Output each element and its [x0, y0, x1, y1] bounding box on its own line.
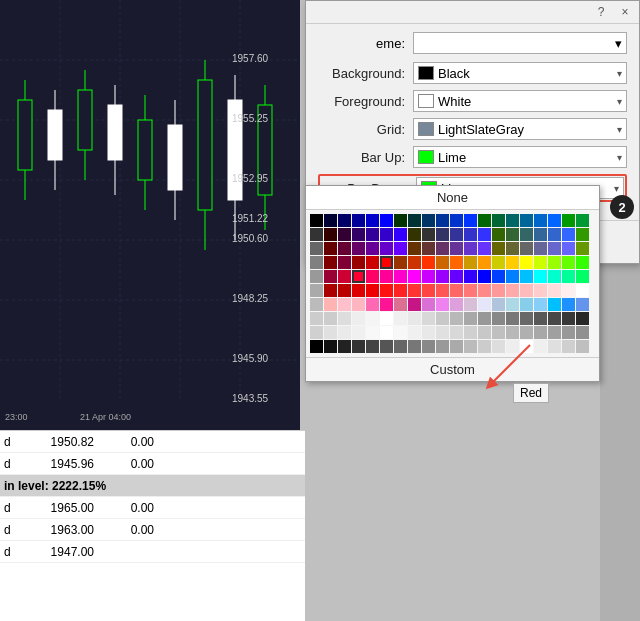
color-cell[interactable]	[464, 214, 477, 227]
color-cell[interactable]	[478, 326, 491, 339]
color-cell[interactable]	[492, 214, 505, 227]
color-cell[interactable]	[366, 326, 379, 339]
color-cell[interactable]	[366, 228, 379, 241]
color-cell[interactable]	[492, 326, 505, 339]
color-cell[interactable]	[534, 242, 547, 255]
color-cell[interactable]	[408, 326, 421, 339]
color-cell[interactable]	[548, 256, 561, 269]
color-cell[interactable]	[548, 270, 561, 283]
color-cell[interactable]	[422, 298, 435, 311]
color-cell[interactable]	[562, 326, 575, 339]
color-cell[interactable]	[576, 340, 589, 353]
color-cell[interactable]	[576, 312, 589, 325]
color-cell[interactable]	[324, 298, 337, 311]
color-cell[interactable]	[422, 326, 435, 339]
color-cell[interactable]	[366, 340, 379, 353]
color-cell[interactable]	[464, 270, 477, 283]
color-cell[interactable]	[450, 312, 463, 325]
color-cell[interactable]	[576, 298, 589, 311]
color-cell[interactable]	[366, 214, 379, 227]
color-cell[interactable]	[380, 326, 393, 339]
color-cell[interactable]	[380, 214, 393, 227]
color-cell[interactable]	[548, 228, 561, 241]
color-cell[interactable]	[408, 284, 421, 297]
color-cell[interactable]	[408, 298, 421, 311]
color-cell[interactable]	[380, 340, 393, 353]
color-cell[interactable]	[464, 326, 477, 339]
color-cell[interactable]	[422, 284, 435, 297]
color-cell[interactable]	[520, 214, 533, 227]
color-cell[interactable]	[352, 242, 365, 255]
color-cell[interactable]	[380, 298, 393, 311]
color-cell[interactable]	[520, 284, 533, 297]
color-cell[interactable]	[352, 340, 365, 353]
color-cell[interactable]	[506, 256, 519, 269]
color-cell[interactable]	[520, 312, 533, 325]
color-cell[interactable]	[338, 312, 351, 325]
color-cell[interactable]	[576, 242, 589, 255]
color-cell[interactable]	[478, 228, 491, 241]
color-cell[interactable]	[562, 270, 575, 283]
color-cell[interactable]	[562, 256, 575, 269]
color-cell[interactable]	[520, 228, 533, 241]
color-cell[interactable]	[492, 242, 505, 255]
color-cell[interactable]	[436, 284, 449, 297]
color-cell[interactable]	[324, 228, 337, 241]
color-cell[interactable]	[506, 298, 519, 311]
help-button[interactable]: ?	[593, 5, 609, 19]
color-cell[interactable]	[534, 284, 547, 297]
color-cell[interactable]	[324, 242, 337, 255]
color-cell[interactable]	[380, 270, 393, 283]
color-cell[interactable]	[366, 312, 379, 325]
color-cell[interactable]	[310, 326, 323, 339]
color-cell[interactable]	[576, 214, 589, 227]
color-cell[interactable]	[478, 242, 491, 255]
color-cell[interactable]	[408, 256, 421, 269]
color-cell[interactable]	[352, 228, 365, 241]
theme-select[interactable]: ▾	[413, 32, 627, 54]
color-cell[interactable]	[562, 214, 575, 227]
color-cell[interactable]	[380, 242, 393, 255]
color-cell[interactable]	[520, 270, 533, 283]
color-cell[interactable]	[394, 270, 407, 283]
color-cell[interactable]	[380, 312, 393, 325]
color-cell[interactable]	[380, 228, 393, 241]
color-cell[interactable]	[576, 228, 589, 241]
color-cell[interactable]	[324, 312, 337, 325]
color-cell[interactable]	[478, 312, 491, 325]
color-cell[interactable]	[562, 242, 575, 255]
color-cell[interactable]	[450, 298, 463, 311]
color-cell[interactable]	[450, 214, 463, 227]
color-cell[interactable]	[562, 284, 575, 297]
color-cell[interactable]	[422, 242, 435, 255]
color-cell[interactable]	[310, 312, 323, 325]
color-cell[interactable]	[562, 312, 575, 325]
color-cell[interactable]	[408, 214, 421, 227]
color-cell[interactable]	[576, 270, 589, 283]
color-cell[interactable]	[520, 242, 533, 255]
color-cell[interactable]	[310, 284, 323, 297]
color-cell[interactable]	[422, 256, 435, 269]
color-cell[interactable]	[450, 284, 463, 297]
color-cell[interactable]	[464, 284, 477, 297]
color-cell[interactable]	[520, 256, 533, 269]
color-cell[interactable]	[352, 270, 365, 283]
color-cell[interactable]	[366, 298, 379, 311]
color-cell[interactable]	[394, 228, 407, 241]
color-cell[interactable]	[478, 284, 491, 297]
color-cell[interactable]	[562, 340, 575, 353]
color-cell[interactable]	[520, 298, 533, 311]
color-cell[interactable]	[310, 270, 323, 283]
color-cell[interactable]	[506, 284, 519, 297]
color-cell[interactable]	[520, 326, 533, 339]
color-cell[interactable]	[422, 312, 435, 325]
color-cell[interactable]	[450, 326, 463, 339]
color-cell[interactable]	[310, 242, 323, 255]
color-cell[interactable]	[436, 228, 449, 241]
color-cell[interactable]	[576, 256, 589, 269]
color-cell[interactable]	[394, 242, 407, 255]
color-cell[interactable]	[394, 326, 407, 339]
color-cell[interactable]	[310, 340, 323, 353]
color-cell[interactable]	[548, 298, 561, 311]
color-cell[interactable]	[408, 340, 421, 353]
